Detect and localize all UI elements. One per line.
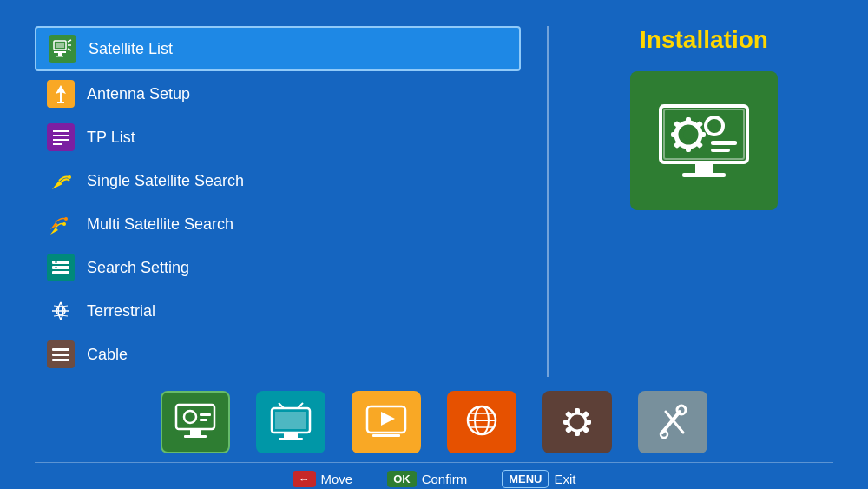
- move-label: Move: [321, 472, 353, 486]
- svg-rect-20: [52, 271, 69, 274]
- menu-item-single-satellite-search[interactable]: Single Satellite Search: [35, 160, 521, 202]
- installation-title: Installation: [640, 26, 768, 54]
- svg-rect-45: [711, 149, 730, 152]
- main-container: Satellite List Antenna Setup: [0, 0, 868, 489]
- svg-line-5: [68, 40, 71, 42]
- svg-rect-2: [54, 51, 66, 53]
- svg-rect-70: [575, 430, 580, 436]
- installation-icon-box: [630, 71, 778, 210]
- menu-label-tp-list: TP List: [87, 129, 135, 147]
- menu-label-cable: Cable: [87, 346, 128, 364]
- search-setting-icon: [47, 254, 75, 281]
- svg-line-7: [68, 49, 71, 50]
- svg-point-16: [62, 222, 66, 226]
- footer-bar: ↔ Move OK Confirm MENU Exit: [35, 462, 833, 489]
- confirm-badge: OK: [387, 471, 417, 487]
- menu-label-satellite-list: Satellite List: [89, 40, 173, 58]
- svg-rect-71: [563, 420, 569, 425]
- confirm-label: Confirm: [422, 472, 468, 486]
- bottom-icon-tv[interactable]: [256, 391, 326, 453]
- svg-rect-51: [200, 413, 211, 416]
- menu-label-single-satellite-search: Single Satellite Search: [87, 172, 244, 190]
- svg-rect-47: [190, 429, 201, 435]
- menu-item-terrestrial[interactable]: Terrestrial: [35, 290, 521, 332]
- svg-point-50: [187, 414, 193, 420]
- menu-label-antenna-setup: Antenna Setup: [87, 85, 190, 103]
- svg-rect-37: [699, 132, 706, 137]
- terrestrial-icon: [47, 297, 75, 325]
- bottom-icon-media[interactable]: [352, 391, 421, 453]
- svg-rect-3: [58, 53, 62, 56]
- tp-list-icon: [47, 123, 75, 151]
- footer-confirm: OK Confirm: [387, 471, 467, 487]
- svg-rect-61: [372, 434, 400, 437]
- svg-rect-44: [711, 141, 737, 145]
- svg-rect-11: [53, 130, 69, 132]
- svg-rect-1: [56, 43, 64, 48]
- content-area: Satellite List Antenna Setup: [35, 26, 833, 377]
- menu-label-multi-satellite-search: Multi Satellite Search: [87, 215, 233, 234]
- right-panel: Installation: [575, 26, 833, 377]
- bottom-icon-installation[interactable]: [161, 391, 230, 453]
- svg-rect-36: [671, 132, 678, 137]
- svg-point-78: [677, 406, 686, 414]
- svg-rect-69: [575, 408, 580, 414]
- svg-point-43: [711, 122, 718, 129]
- svg-rect-22: [55, 268, 57, 268]
- svg-rect-27: [52, 359, 69, 361]
- footer-move: ↔ Move: [293, 471, 353, 487]
- svg-rect-56: [279, 438, 303, 440]
- menu-item-multi-satellite-search[interactable]: Multi Satellite Search: [35, 203, 521, 245]
- svg-rect-34: [686, 117, 691, 124]
- bottom-icon-tools[interactable]: [638, 391, 707, 453]
- svg-point-68: [574, 419, 581, 426]
- svg-point-15: [68, 175, 71, 179]
- svg-rect-55: [284, 433, 298, 438]
- antenna-setup-icon: [47, 80, 75, 108]
- svg-rect-72: [585, 420, 591, 425]
- menu-panel: Satellite List Antenna Setup: [35, 26, 521, 377]
- exit-badge: MENU: [502, 470, 549, 488]
- menu-item-cable[interactable]: Cable: [35, 334, 521, 375]
- move-badge: ↔: [293, 471, 316, 487]
- svg-point-17: [64, 217, 68, 221]
- menu-label-terrestrial: Terrestrial: [87, 302, 155, 320]
- multi-sat-icon: [47, 210, 75, 238]
- menu-item-antenna-setup[interactable]: Antenna Setup: [35, 73, 521, 115]
- svg-rect-4: [56, 56, 63, 57]
- cable-icon: [47, 340, 75, 368]
- svg-rect-12: [53, 135, 69, 136]
- svg-rect-21: [55, 262, 57, 263]
- svg-rect-26: [52, 354, 69, 356]
- menu-item-search-setting[interactable]: Search Setting: [35, 247, 521, 288]
- bottom-icon-internet[interactable]: [447, 391, 516, 453]
- svg-rect-31: [682, 173, 726, 177]
- footer-exit: MENU Exit: [502, 470, 575, 488]
- bottom-icons-row: [35, 377, 833, 462]
- divider: [547, 26, 549, 377]
- svg-rect-14: [53, 143, 62, 145]
- svg-point-33: [683, 129, 694, 140]
- svg-rect-52: [200, 419, 207, 421]
- menu-item-tp-list[interactable]: TP List: [35, 116, 521, 158]
- svg-point-80: [661, 431, 667, 438]
- svg-marker-60: [381, 412, 395, 426]
- exit-label: Exit: [554, 472, 575, 486]
- svg-rect-54: [275, 412, 306, 429]
- satellite-list-icon: [49, 35, 76, 63]
- svg-rect-35: [686, 145, 691, 152]
- svg-rect-25: [52, 348, 69, 351]
- menu-item-satellite-list[interactable]: Satellite List: [35, 26, 521, 71]
- single-sat-icon: [47, 167, 75, 195]
- menu-label-search-setting: Search Setting: [87, 259, 189, 277]
- svg-rect-13: [53, 139, 69, 141]
- svg-rect-48: [184, 435, 207, 438]
- svg-line-77: [662, 412, 680, 433]
- svg-rect-30: [695, 162, 713, 173]
- bottom-icon-settings[interactable]: [542, 391, 612, 453]
